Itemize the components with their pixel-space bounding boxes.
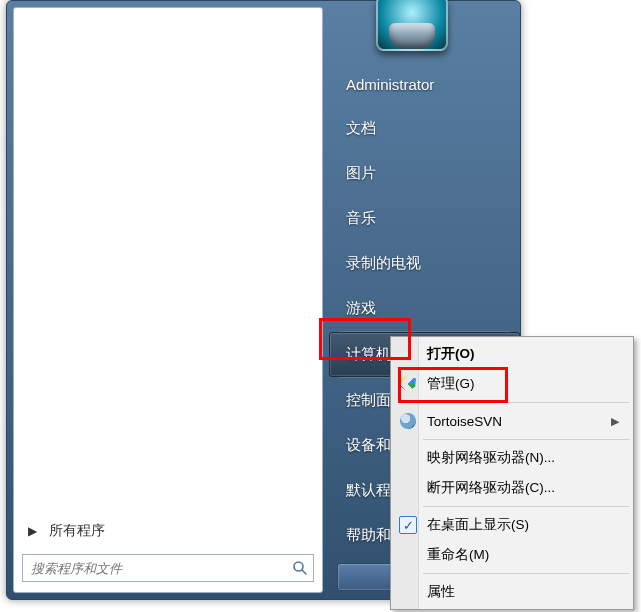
- start-menu-left-pane: ▶ 所有程序: [13, 7, 323, 593]
- check-icon: ✓: [398, 515, 418, 535]
- context-menu-item-label: TortoiseSVN: [427, 414, 502, 429]
- icon-placeholder: [398, 448, 418, 468]
- user-avatar-icon: [376, 0, 448, 51]
- search-bar[interactable]: [22, 554, 314, 582]
- context-menu-item-disconnect-drive[interactable]: 断开网络驱动器(C)...: [393, 473, 631, 503]
- right-item-label: 录制的电视: [346, 254, 421, 271]
- context-menu-item-label: 映射网络驱动器(N)...: [427, 449, 555, 467]
- context-menu-item-open[interactable]: 打开(O): [393, 339, 631, 369]
- context-menu-separator: [423, 402, 629, 403]
- all-programs[interactable]: ▶ 所有程序: [14, 516, 322, 546]
- right-item-music[interactable]: 音乐: [329, 196, 520, 241]
- context-menu-item-label: 重命名(M): [427, 546, 489, 564]
- right-item-label: 文档: [346, 119, 376, 136]
- context-menu-item-properties[interactable]: 属性: [393, 577, 631, 607]
- right-item-user[interactable]: Administrator: [329, 63, 520, 106]
- context-menu-separator: [423, 506, 629, 507]
- right-item-games[interactable]: 游戏: [329, 286, 520, 331]
- search-icon: [287, 560, 313, 576]
- context-menu-item-map-drive[interactable]: 映射网络驱动器(N)...: [393, 443, 631, 473]
- shield-icon: [398, 374, 418, 394]
- all-programs-label: 所有程序: [49, 522, 105, 540]
- context-menu-item-manage[interactable]: 管理(G): [393, 369, 631, 399]
- context-menu-item-label: 断开网络驱动器(C)...: [427, 479, 555, 497]
- user-avatar-frame: [369, 0, 455, 57]
- right-item-label: 图片: [346, 164, 376, 181]
- icon-placeholder: [398, 478, 418, 498]
- icon-placeholder: [398, 344, 418, 364]
- context-menu-item-tortoisesvn[interactable]: TortoiseSVN▶: [393, 406, 631, 436]
- svg-line-1: [302, 570, 306, 574]
- context-menu-item-label: 在桌面上显示(S): [427, 516, 529, 534]
- tortoise-icon: [398, 411, 418, 431]
- right-item-label: 计算机: [346, 345, 391, 362]
- context-menu-item-label: 属性: [427, 583, 455, 601]
- context-menu-item-show-desktop[interactable]: ✓在桌面上显示(S): [393, 510, 631, 540]
- icon-placeholder: [398, 582, 418, 602]
- right-item-pictures[interactable]: 图片: [329, 151, 520, 196]
- context-menu-item-label: 管理(G): [427, 375, 475, 393]
- context-menu-separator: [423, 439, 629, 440]
- chevron-right-icon: ▶: [611, 415, 619, 428]
- right-item-recorded-tv[interactable]: 录制的电视: [329, 241, 520, 286]
- context-menu-item-label: 打开(O): [427, 345, 475, 363]
- right-item-label: 音乐: [346, 209, 376, 226]
- right-item-documents[interactable]: 文档: [329, 106, 520, 151]
- right-item-label: 游戏: [346, 299, 376, 316]
- context-menu-separator: [423, 573, 629, 574]
- triangle-right-icon: ▶: [28, 524, 37, 538]
- search-input[interactable]: [23, 561, 287, 576]
- computer-context-menu: 打开(O)管理(G)TortoiseSVN▶映射网络驱动器(N)...断开网络驱…: [390, 336, 634, 610]
- icon-placeholder: [398, 545, 418, 565]
- context-menu-item-rename[interactable]: 重命名(M): [393, 540, 631, 570]
- programs-list-area: [14, 8, 322, 516]
